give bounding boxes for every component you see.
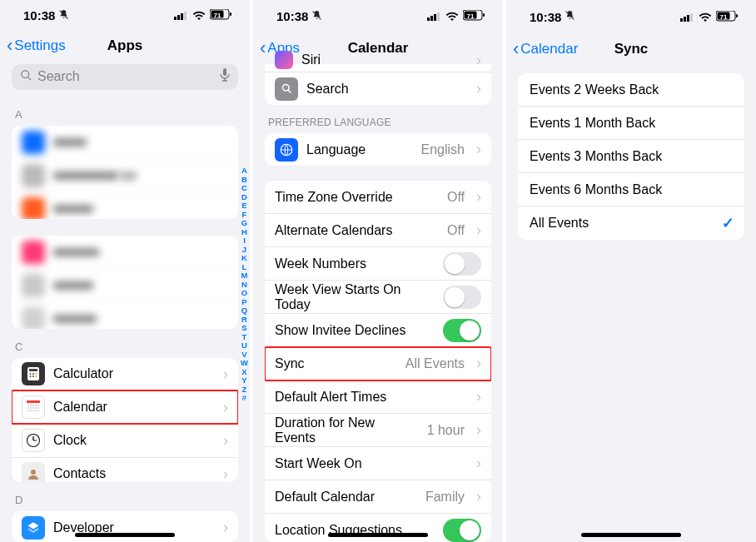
row-start-week[interactable]: Start Week On › xyxy=(265,447,491,480)
row-week-numbers[interactable]: Week Numbers xyxy=(265,247,491,281)
svg-rect-3 xyxy=(181,13,183,20)
section-header-a: A xyxy=(0,97,250,126)
preferred-language-header: PREFERRED LANGUAGE xyxy=(253,105,503,133)
row-label: Show Invitee Declines xyxy=(275,323,435,338)
svg-rect-55 xyxy=(684,17,686,22)
svg-rect-45 xyxy=(437,12,440,21)
chevron-right-icon: › xyxy=(476,421,481,439)
chevron-right-icon: › xyxy=(223,365,228,383)
wifi-icon xyxy=(699,10,712,24)
sync-option-all[interactable]: All Events ✓ xyxy=(518,206,744,240)
status-time: 10:38 xyxy=(276,9,308,23)
sync-option-2weeks[interactable]: Events 2 Weeks Back xyxy=(518,73,744,107)
section-header-c: C xyxy=(0,329,250,358)
svg-point-17 xyxy=(30,375,32,377)
chevron-right-icon: › xyxy=(476,488,481,505)
battery-icon: 71 xyxy=(463,9,485,23)
toggle-week-view-starts[interactable] xyxy=(443,286,481,309)
svg-rect-13 xyxy=(29,369,37,371)
status-bar: 10:38 71 xyxy=(253,0,503,32)
status-bar: 10:38 71 xyxy=(506,0,756,33)
toggle-location-suggestions[interactable] xyxy=(443,519,481,542)
svg-rect-60 xyxy=(736,14,738,17)
chevron-right-icon: › xyxy=(476,188,481,206)
row-search[interactable]: Search › xyxy=(265,72,491,105)
app-row-blurred[interactable] xyxy=(12,269,238,302)
contacts-icon xyxy=(22,462,45,481)
back-label: Settings xyxy=(14,37,65,54)
row-default-alert[interactable]: Default Alert Times › xyxy=(265,380,491,414)
option-label: Events 3 Months Back xyxy=(530,149,734,164)
screen-apps: 10:38 71 ‹ Settings Apps Search A tor xyxy=(0,0,250,542)
row-duration[interactable]: Duration for New Events 1 hour › xyxy=(265,414,491,447)
chevron-left-icon: ‹ xyxy=(7,37,12,55)
app-row-blurred[interactable] xyxy=(12,236,238,269)
mic-icon xyxy=(220,68,230,85)
chevron-right-icon: › xyxy=(476,80,481,97)
app-row-contacts[interactable]: Contacts › xyxy=(12,458,238,482)
svg-point-14 xyxy=(30,373,32,375)
row-default-calendar[interactable]: Default Calendar Family › xyxy=(265,480,491,514)
row-value: 1 hour xyxy=(427,423,465,438)
back-button[interactable]: ‹ Calendar xyxy=(513,40,578,58)
row-value: English xyxy=(421,142,465,157)
chevron-right-icon: › xyxy=(476,221,481,239)
apps-group-d: Developer › xyxy=(12,511,238,542)
app-row-blurred[interactable] xyxy=(12,126,238,159)
apps-group-a: tor xyxy=(12,126,238,219)
back-button[interactable]: ‹ Settings xyxy=(7,37,66,55)
app-label: Calculator xyxy=(53,366,215,381)
row-label: Time Zone Override xyxy=(275,190,439,205)
row-week-view-starts[interactable]: Week View Starts On Today xyxy=(265,281,491,314)
section-index[interactable]: ABCDEFGHIJKLMNOPQRSTUVWXYZ# xyxy=(241,167,248,403)
svg-point-26 xyxy=(27,408,28,409)
section-header-d: D xyxy=(0,482,250,511)
globe-icon xyxy=(275,138,298,162)
sync-option-6months[interactable]: Events 6 Months Back xyxy=(518,173,744,206)
toggle-week-numbers[interactable] xyxy=(443,252,481,276)
row-alternate-calendars[interactable]: Alternate Calendars Off › xyxy=(265,214,491,247)
language-group: Language English › xyxy=(265,133,491,166)
siri-icon xyxy=(275,51,293,69)
home-indicator[interactable] xyxy=(75,533,175,537)
row-invitee-declines[interactable]: Show Invitee Declines xyxy=(265,314,491,347)
app-row-calendar[interactable]: Calendar › xyxy=(12,391,238,425)
row-value: Off xyxy=(447,190,465,205)
search-input[interactable]: Search xyxy=(12,64,238,91)
svg-rect-7 xyxy=(230,12,231,16)
toggle-invitee-declines[interactable] xyxy=(443,319,481,342)
row-label: Search xyxy=(306,82,468,97)
row-value: Family xyxy=(425,490,465,505)
battery-icon: 71 xyxy=(716,10,738,24)
chevron-right-icon: › xyxy=(223,399,228,416)
app-row-calculator[interactable]: Calculator › xyxy=(12,358,238,391)
home-indicator[interactable] xyxy=(328,533,428,537)
calendar-icon xyxy=(22,395,45,419)
app-row-blurred[interactable] xyxy=(12,192,238,219)
row-location-suggestions[interactable]: Location Suggestions xyxy=(265,514,491,542)
sync-option-1month[interactable]: Events 1 Month Back xyxy=(518,107,744,140)
app-row-developer[interactable]: Developer › xyxy=(12,511,238,542)
search-icon xyxy=(20,69,32,84)
home-indicator[interactable] xyxy=(581,533,681,537)
nav-bar: ‹ Settings Apps xyxy=(0,31,250,60)
access-group: Siri › Search › xyxy=(265,49,491,105)
svg-point-30 xyxy=(37,408,38,409)
svg-point-25 xyxy=(37,405,38,406)
svg-rect-42 xyxy=(427,17,430,21)
app-row-blurred[interactable]: tor xyxy=(12,159,238,192)
svg-point-22 xyxy=(30,405,31,406)
sync-option-3months[interactable]: Events 3 Months Back xyxy=(518,140,744,173)
app-row-blurred[interactable] xyxy=(12,302,238,329)
row-sync[interactable]: Sync All Events › xyxy=(265,347,491,380)
app-label: Calendar xyxy=(53,400,215,415)
row-siri[interactable]: Siri › xyxy=(265,49,491,72)
silent-icon xyxy=(565,10,575,23)
row-value: Off xyxy=(447,223,465,238)
chevron-right-icon: › xyxy=(476,141,481,158)
row-language[interactable]: Language English › xyxy=(265,133,491,166)
row-time-zone-override[interactable]: Time Zone Override Off › xyxy=(265,181,491,214)
option-label: Events 2 Weeks Back xyxy=(530,82,734,97)
row-label: Week View Starts On Today xyxy=(275,282,435,312)
app-row-clock[interactable]: Clock › xyxy=(12,425,238,458)
